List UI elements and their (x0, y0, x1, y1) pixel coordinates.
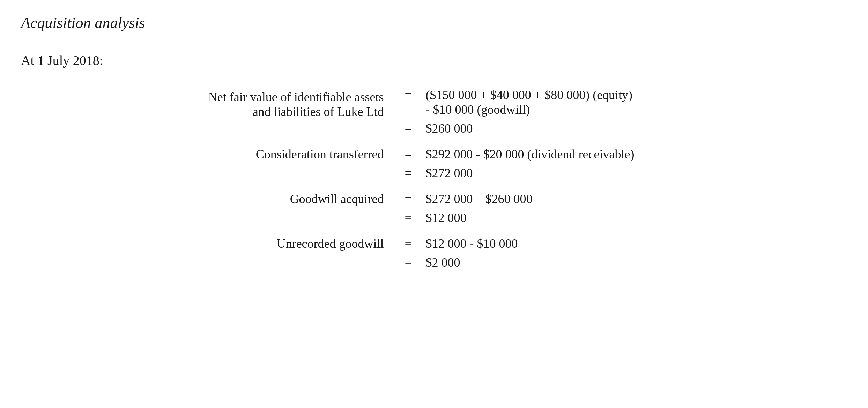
table-row: Goodwill acquired = $272 000 – $260 000 (21, 190, 847, 208)
goodwill-result-eq: = (394, 208, 422, 227)
consideration-label: Consideration transferred (21, 145, 394, 164)
net-fv-result-eq: = (394, 119, 422, 138)
goodwill-value: $272 000 – $260 000 (422, 190, 847, 208)
consideration-value: $292 000 - $20 000 (dividend receivable) (422, 145, 847, 164)
consideration-result-label (21, 164, 394, 183)
net-fv-label-1: Net fair value of identifiable assets an… (21, 86, 394, 119)
unrecorded-result-eq: = (394, 253, 422, 272)
goodwill-result-label (21, 208, 394, 227)
consideration-eq: = (394, 145, 422, 164)
net-fv-result-value: $260 000 (422, 119, 847, 138)
table-row: = $272 000 (21, 164, 847, 183)
table-row: Net fair value of identifiable assets an… (21, 86, 847, 119)
consideration-result-value: $272 000 (422, 164, 847, 183)
unrecorded-eq: = (394, 234, 422, 253)
net-fv-value: ($150 000 + $40 000 + $80 000) (equity) … (422, 86, 847, 119)
table-row: = $12 000 (21, 208, 847, 227)
consideration-result-eq: = (394, 164, 422, 183)
net-fv-result-label (21, 119, 394, 138)
date-line: At 1 July 2018: (21, 53, 847, 68)
table-row: = $2 000 (21, 253, 847, 272)
goodwill-label: Goodwill acquired (21, 190, 394, 208)
net-fv-eq: = (394, 86, 422, 119)
goodwill-eq: = (394, 190, 422, 208)
goodwill-result-value: $12 000 (422, 208, 847, 227)
table-row: Unrecorded goodwill = $12 000 - $10 000 (21, 234, 847, 253)
page-title: Acquisition analysis (21, 14, 847, 32)
table-row: = $260 000 (21, 119, 847, 138)
unrecorded-value: $12 000 - $10 000 (422, 234, 847, 253)
table-row: Consideration transferred = $292 000 - $… (21, 145, 847, 164)
unrecorded-label: Unrecorded goodwill (21, 234, 394, 253)
unrecorded-result-label (21, 253, 394, 272)
analysis-table: Net fair value of identifiable assets an… (21, 86, 847, 272)
unrecorded-result-value: $2 000 (422, 253, 847, 272)
